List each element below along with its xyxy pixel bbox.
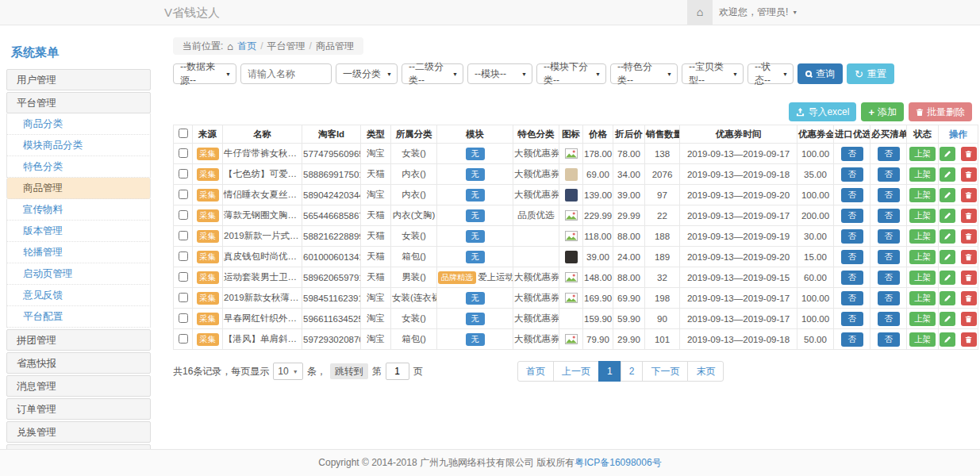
sidebar-item-exchange[interactable]: 兑换管理 xyxy=(6,421,151,443)
row-checkbox[interactable] xyxy=(179,293,188,302)
status-button[interactable]: 上架 xyxy=(909,332,936,347)
select-all-checkbox[interactable] xyxy=(179,129,188,138)
row-checkbox[interactable] xyxy=(179,231,188,240)
status-button[interactable]: 上架 xyxy=(909,250,936,264)
sidebar-item-platform[interactable]: 平台管理 xyxy=(6,92,151,113)
edit-button[interactable] xyxy=(940,229,955,244)
must-buy-toggle[interactable]: 否 xyxy=(878,332,900,347)
import-select-toggle[interactable]: 否 xyxy=(841,209,863,223)
row-checkbox[interactable] xyxy=(179,313,188,323)
filter-select-module-sub[interactable]: --模块下分类--▼ xyxy=(536,63,606,84)
filter-select-item-type[interactable]: --宝贝类型--▼ xyxy=(682,63,744,84)
delete-button[interactable] xyxy=(961,229,977,244)
page-button[interactable]: 下一页 xyxy=(642,361,688,382)
edit-button[interactable] xyxy=(940,271,955,285)
must-buy-toggle[interactable]: 否 xyxy=(878,291,900,305)
must-buy-toggle[interactable]: 否 xyxy=(878,209,900,223)
edit-button[interactable] xyxy=(940,167,955,182)
import-select-toggle[interactable]: 否 xyxy=(841,188,863,202)
status-button[interactable]: 上架 xyxy=(909,167,936,182)
delete-button[interactable] xyxy=(961,167,977,182)
icp-link[interactable]: 粤ICP备16098006号 xyxy=(575,457,661,468)
delete-button[interactable] xyxy=(961,250,977,264)
import-select-toggle[interactable]: 否 xyxy=(841,250,863,264)
delete-button[interactable] xyxy=(961,209,977,223)
status-button[interactable]: 上架 xyxy=(909,291,936,305)
sidebar-item-users[interactable]: 用户管理 xyxy=(6,69,151,90)
row-checkbox[interactable] xyxy=(179,190,188,199)
page-button[interactable]: 上一页 xyxy=(553,361,599,382)
import-select-toggle[interactable]: 否 xyxy=(841,147,863,161)
import-select-toggle[interactable]: 否 xyxy=(841,291,863,305)
row-checkbox[interactable] xyxy=(179,148,188,158)
edit-button[interactable] xyxy=(940,291,955,305)
sidebar-item-savings-express[interactable]: 省惠快报 xyxy=(6,352,151,374)
sidebar-item-orders[interactable]: 订单管理 xyxy=(6,398,151,420)
sidebar-item-group-buy[interactable]: 拼团管理 xyxy=(6,329,151,351)
filter-select-data-source[interactable]: --数据来源--▼ xyxy=(173,63,236,84)
filter-name-input[interactable] xyxy=(240,63,332,84)
sidebar-item-module-goods-category[interactable]: 模块商品分类 xyxy=(6,135,151,156)
jump-to-button[interactable]: 跳转到 xyxy=(330,363,368,379)
delete-button[interactable] xyxy=(961,312,977,326)
import-select-toggle[interactable]: 否 xyxy=(841,229,863,244)
breadcrumb-home-link[interactable]: 首页 xyxy=(237,40,256,53)
per-page-select[interactable]: 10 ▼ xyxy=(273,363,302,380)
import-select-toggle[interactable]: 否 xyxy=(841,312,863,326)
must-buy-toggle[interactable]: 否 xyxy=(878,147,900,161)
delete-button[interactable] xyxy=(961,332,977,347)
sidebar-item-carousel[interactable]: 轮播管理 xyxy=(6,242,151,263)
page-button[interactable]: 末页 xyxy=(687,361,724,382)
delete-button[interactable] xyxy=(961,271,977,285)
filter-select-level1-category[interactable]: 一级分类▼ xyxy=(336,63,398,84)
filter-select-module[interactable]: --模块--▼ xyxy=(467,63,532,84)
status-button[interactable]: 上架 xyxy=(909,229,936,244)
page-button-current[interactable]: 1 xyxy=(598,361,621,382)
batch-delete-button[interactable]: 批量删除 xyxy=(909,102,972,121)
must-buy-toggle[interactable]: 否 xyxy=(878,271,900,285)
filter-select-status[interactable]: --状态--▼ xyxy=(747,63,794,84)
status-button[interactable]: 上架 xyxy=(909,271,936,285)
must-buy-toggle[interactable]: 否 xyxy=(878,229,900,244)
sidebar-item-platform-config[interactable]: 平台配置 xyxy=(6,306,151,328)
edit-button[interactable] xyxy=(940,332,955,347)
row-checkbox[interactable] xyxy=(179,169,188,178)
add-button[interactable]: + 添加 xyxy=(861,102,904,121)
sidebar-item-promo-material[interactable]: 宣传物料 xyxy=(6,199,151,221)
filter-select-level2-category[interactable]: --二级分类--▼ xyxy=(402,63,463,84)
sidebar-item-feature-category[interactable]: 特色分类 xyxy=(6,156,151,178)
query-button[interactable]: 查询 xyxy=(797,63,843,84)
import-select-toggle[interactable]: 否 xyxy=(841,271,863,285)
page-button[interactable]: 2 xyxy=(621,361,644,382)
delete-button[interactable] xyxy=(961,291,977,305)
page-button[interactable]: 首页 xyxy=(517,361,554,382)
edit-button[interactable] xyxy=(940,312,955,326)
must-buy-toggle[interactable]: 否 xyxy=(878,312,900,326)
status-button[interactable]: 上架 xyxy=(909,209,936,223)
filter-select-feature[interactable]: --特色分类--▼ xyxy=(610,63,678,84)
edit-button[interactable] xyxy=(940,188,955,202)
import-select-toggle[interactable]: 否 xyxy=(841,332,863,347)
sidebar-item-messages[interactable]: 消息管理 xyxy=(6,375,151,397)
row-checkbox[interactable] xyxy=(179,210,188,220)
sidebar-item-splash[interactable]: 启动页管理 xyxy=(6,263,151,285)
status-button[interactable]: 上架 xyxy=(909,147,936,161)
edit-button[interactable] xyxy=(940,250,955,264)
jump-page-input[interactable] xyxy=(386,363,409,380)
status-button[interactable]: 上架 xyxy=(909,312,936,326)
edit-button[interactable] xyxy=(940,147,955,161)
row-checkbox[interactable] xyxy=(179,334,188,344)
edit-button[interactable] xyxy=(940,209,955,223)
sidebar-item-version[interactable]: 版本管理 xyxy=(6,221,151,242)
sidebar-item-goods-management[interactable]: 商品管理 xyxy=(6,178,151,199)
row-checkbox[interactable] xyxy=(179,272,188,282)
delete-button[interactable] xyxy=(961,188,977,202)
delete-button[interactable] xyxy=(961,147,977,161)
row-checkbox[interactable] xyxy=(179,251,188,261)
import-excel-button[interactable]: 导入excel xyxy=(789,102,856,121)
must-buy-toggle[interactable]: 否 xyxy=(878,188,900,202)
sidebar-item-feedback[interactable]: 意见反馈 xyxy=(6,285,151,306)
import-select-toggle[interactable]: 否 xyxy=(841,167,863,182)
reset-button[interactable]: ↻重置 xyxy=(847,63,894,84)
status-button[interactable]: 上架 xyxy=(909,188,936,202)
